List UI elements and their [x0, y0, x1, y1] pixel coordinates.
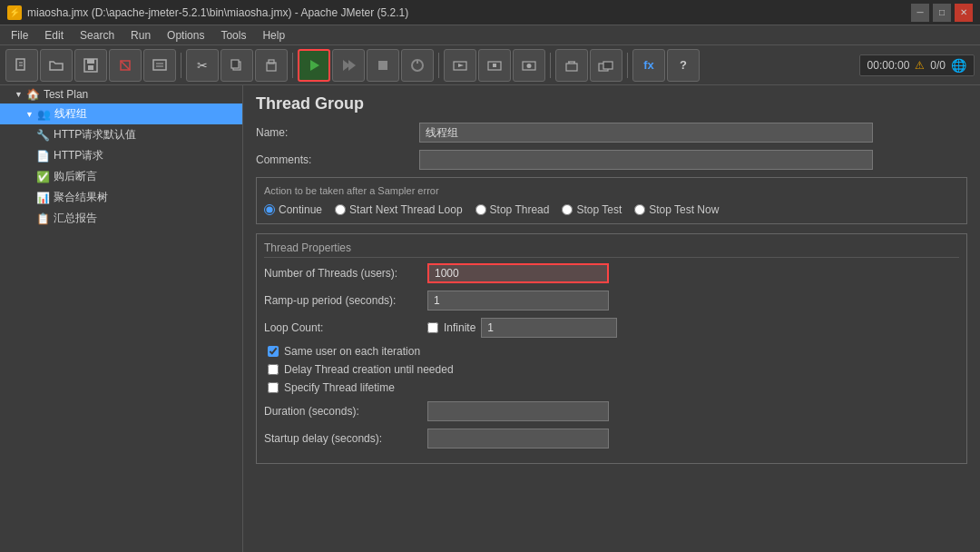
num-threads-row: Number of Threads (users):: [264, 263, 959, 283]
startup-delay-input[interactable]: [427, 429, 609, 448]
svg-line-6: [121, 61, 130, 70]
menu-options[interactable]: Options: [160, 27, 211, 44]
clear-button[interactable]: [555, 49, 588, 82]
tree-item-http-request[interactable]: 📄 HTTP请求: [0, 145, 242, 166]
title-bar-left: ⚡ miaosha.jmx (D:\apache-jmeter-5.2.1\bi…: [7, 5, 408, 20]
svg-rect-4: [87, 59, 94, 64]
close-button[interactable]: ✕: [955, 4, 973, 22]
radio-stop-thread[interactable]: Stop Thread: [475, 203, 550, 216]
copy-button[interactable]: [220, 49, 253, 82]
delay-creation-checkbox-label[interactable]: Delay Thread creation until needed: [268, 363, 959, 376]
thread-group-label: 线程组: [54, 106, 87, 122]
radio-start-next-label: Start Next Thread Loop: [349, 203, 463, 216]
same-user-label: Same user on each iteration: [284, 345, 420, 358]
remote-start-button[interactable]: [444, 49, 476, 82]
thread-properties-title: Thread Properties: [264, 242, 959, 258]
function-helper-button[interactable]: fx: [632, 49, 665, 82]
tree-item-aggregate[interactable]: 📊 聚合结果树: [0, 187, 242, 208]
toolbar: ✂ fx ?: [0, 45, 980, 85]
tree-item-http-defaults[interactable]: 🔧 HTTP请求默认值: [0, 124, 242, 145]
menu-search[interactable]: Search: [73, 27, 122, 44]
same-user-row: Same user on each iteration: [264, 345, 959, 358]
duration-input[interactable]: [427, 401, 609, 421]
assertion-icon: ✅: [36, 171, 50, 183]
svg-rect-13: [269, 60, 274, 64]
loop-count-input[interactable]: [481, 318, 617, 338]
http-request-icon: 📄: [36, 150, 50, 163]
expand-icon: ▼: [15, 90, 23, 99]
radio-stop-test[interactable]: Stop Test: [562, 203, 622, 216]
summary-label: 汇总报告: [54, 211, 97, 226]
start-no-pauses-button[interactable]: [332, 49, 365, 82]
menu-edit[interactable]: Edit: [37, 27, 71, 44]
svg-marker-14: [310, 60, 319, 71]
clear-all-button[interactable]: [590, 49, 622, 82]
maximize-button[interactable]: □: [933, 4, 951, 22]
minimize-button[interactable]: ─: [911, 4, 929, 22]
specify-lifetime-checkbox-label[interactable]: Specify Thread lifetime: [268, 381, 959, 394]
specify-lifetime-checkbox[interactable]: [268, 382, 279, 393]
remote-shutdown-button[interactable]: [513, 49, 545, 82]
remote-stop-button[interactable]: [478, 49, 511, 82]
start-button[interactable]: [298, 49, 330, 82]
stop-button[interactable]: [367, 49, 399, 82]
http-defaults-icon: 🔧: [36, 129, 50, 142]
open-button[interactable]: [40, 49, 73, 82]
name-label: Name:: [256, 126, 419, 139]
loop-count-label: Loop Count:: [264, 321, 427, 334]
svg-rect-31: [603, 62, 612, 69]
duration-row: Duration (seconds):: [264, 401, 959, 421]
new-button[interactable]: [5, 49, 38, 82]
same-user-checkbox[interactable]: [268, 346, 279, 357]
menu-tools[interactable]: Tools: [213, 27, 253, 44]
svg-point-25: [527, 64, 532, 68]
menu-bar: File Edit Search Run Options Tools Help: [0, 25, 980, 45]
startup-delay-label: Startup delay (seconds):: [264, 432, 427, 445]
tree-item-summary[interactable]: 📋 汇总报告: [0, 208, 242, 229]
timer-value: 00:00:00: [867, 59, 910, 72]
svg-rect-5: [88, 65, 93, 70]
tree-item-thread-group[interactable]: ▼ 👥 线程组: [0, 104, 242, 124]
testplan-icon: 🏠: [26, 88, 40, 101]
title-bar: ⚡ miaosha.jmx (D:\apache-jmeter-5.2.1\bi…: [0, 0, 980, 25]
templates-button[interactable]: [143, 49, 176, 82]
infinite-checkbox[interactable]: [427, 322, 438, 333]
radio-start-next[interactable]: Start Next Thread Loop: [335, 203, 463, 216]
startup-delay-row: Startup delay (seconds):: [264, 429, 959, 448]
menu-help[interactable]: Help: [255, 27, 292, 44]
name-input[interactable]: [419, 123, 873, 143]
radio-continue[interactable]: Continue: [264, 203, 322, 216]
shutdown-button[interactable]: [401, 49, 434, 82]
thread-group-icon: 👥: [37, 108, 51, 121]
comments-row: Comments:: [256, 150, 967, 170]
save-button[interactable]: [74, 49, 107, 82]
menu-file[interactable]: File: [4, 27, 35, 44]
delay-creation-row: Delay Thread creation until needed: [264, 363, 959, 376]
warning-icon: ⚠: [915, 59, 925, 72]
paste-button[interactable]: [255, 49, 288, 82]
ramp-up-input[interactable]: [427, 291, 609, 310]
svg-rect-7: [153, 60, 166, 70]
tree-item-testplan[interactable]: ▼ 🏠 Test Plan: [0, 85, 242, 104]
action-radio-group: Continue Start Next Thread Loop Stop Thr…: [264, 203, 959, 216]
same-user-checkbox-label[interactable]: Same user on each iteration: [268, 345, 959, 358]
radio-stop-test-label: Stop Test: [576, 203, 622, 216]
delay-creation-checkbox[interactable]: [268, 364, 279, 375]
menu-run[interactable]: Run: [123, 27, 158, 44]
radio-stop-test-now[interactable]: Stop Test Now: [634, 203, 719, 216]
cut-button[interactable]: ✂: [186, 49, 219, 82]
window-controls: ─ □ ✕: [911, 4, 973, 22]
infinite-label: Infinite: [444, 321, 475, 334]
help-button[interactable]: ?: [667, 49, 700, 82]
specify-lifetime-label: Specify Thread lifetime: [284, 381, 395, 394]
panel-title: Thread Group: [256, 94, 967, 113]
revert-button[interactable]: [109, 49, 142, 82]
thread-properties-section: Thread Properties Number of Threads (use…: [256, 233, 967, 464]
tree-item-assertion[interactable]: ✅ 购后断言: [0, 166, 242, 187]
duration-label: Duration (seconds):: [264, 405, 427, 418]
comments-input[interactable]: [419, 150, 873, 170]
radio-stop-thread-label: Stop Thread: [490, 203, 550, 216]
num-threads-input[interactable]: [427, 263, 609, 283]
svg-marker-21: [458, 64, 464, 67]
main-layout: ▼ 🏠 Test Plan ▼ 👥 线程组 🔧 HTTP请求默认值 📄 HTTP…: [0, 85, 980, 552]
